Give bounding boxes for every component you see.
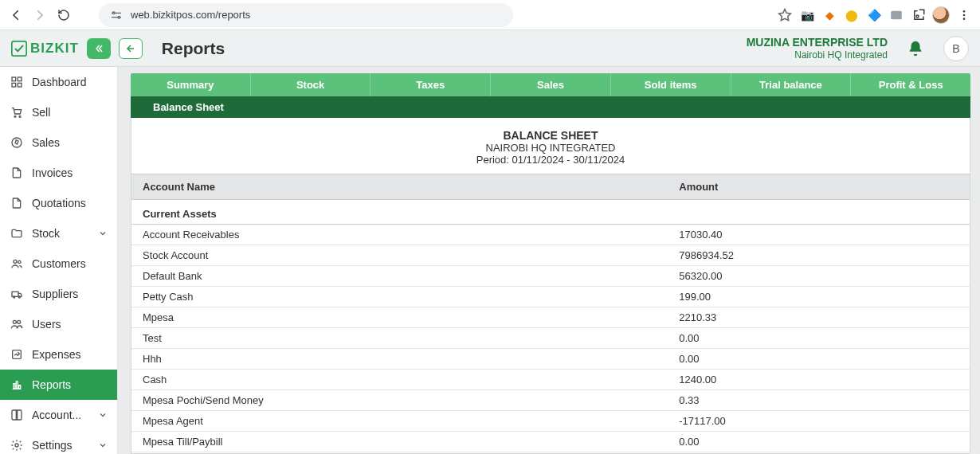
report-tabs: SummaryStockTaxesSalesSold itemsTrial ba… [131,73,970,96]
url-text: web.bizkitpos.com/reports [131,9,250,21]
balance-sheet-table: Account Name Amount Current AssetsAccoun… [131,174,970,454]
browser-toolbar: web.bizkitpos.com/reports 📷 ◆ ⬤ 🔷 [0,0,980,30]
col-amount: Amount [668,174,970,200]
svg-point-15 [14,260,17,263]
tab-sold-items[interactable]: Sold items [611,73,731,96]
file-icon [10,196,24,210]
svg-point-6 [963,18,966,20]
account-name-cell: Mpesa Till/Paybill [131,432,668,452]
svg-point-13 [19,115,21,117]
browser-back-button[interactable] [6,6,25,25]
profile-avatar[interactable] [932,6,950,24]
report-panel[interactable]: BALANCE SHEET NAIROBI HQ INTEGRATED Peri… [131,118,970,454]
tab-trial-balance[interactable]: Trial balance [731,73,852,96]
tab-profit-loss[interactable]: Profit & Loss [851,73,970,96]
back-button[interactable] [119,38,143,59]
address-bar[interactable]: web.bizkitpos.com/reports [99,3,513,27]
file-icon [10,166,24,180]
svg-rect-9 [18,77,22,81]
sidebar-item-expenses[interactable]: Expenses [0,339,117,370]
extension-tag-icon[interactable]: 🔷 [865,6,883,24]
logo-check-icon [11,41,27,57]
sidebar-item-reports[interactable]: Reports [0,370,117,400]
svg-point-5 [963,14,966,16]
sidebar-item-users[interactable]: Users [0,309,117,339]
main-content: SummaryStockTaxesSalesSold itemsTrial ba… [118,67,980,454]
report-heading: BALANCE SHEET NAIROBI HQ INTEGRATED Peri… [131,118,970,174]
site-settings-icon[interactable] [108,7,124,23]
sidebar-item-invoices[interactable]: Invoices [0,158,117,188]
sidebar-item-customers[interactable]: Customers [0,249,117,279]
sidebar: DashboardSellSalesInvoicesQuotationsStoc… [0,67,118,454]
svg-point-12 [14,115,16,117]
svg-point-20 [13,320,16,323]
folder-icon [10,226,24,241]
table-row: Mpesa Till/Paybill0.00 [131,432,970,452]
star-icon[interactable] [776,6,794,24]
app-header: BIZKIT Reports MUZINA ENTERPRISE LTD Nai… [0,30,980,67]
extension-coin-icon[interactable]: ⬤ [843,6,860,24]
chevron-down-icon [98,440,108,450]
svg-point-1 [118,16,120,18]
chevron-down-icon [98,229,108,238]
svg-point-3 [916,15,919,18]
sidebar-item-dashboard[interactable]: Dashboard [0,67,117,97]
amount-cell: 2210.33 [668,307,970,328]
amount-cell [668,200,970,225]
extension-puzzle-orange-icon[interactable]: ◆ [821,6,838,24]
sidebar-item-label: Settings [32,439,73,452]
table-row: Mpesa Pochi/Send Money0.33 [131,390,970,411]
account-name-cell: Account Receivables [131,225,668,245]
sidebar-item-settings[interactable]: Settings [0,430,117,454]
tab-taxes[interactable]: Taxes [370,73,491,96]
avatar-initial: B [952,42,959,55]
sidebar-item-suppliers[interactable]: Suppliers [0,279,117,309]
app-logo[interactable]: BIZKIT [11,41,79,57]
sidebar-item-stock[interactable]: Stock [0,218,117,249]
browser-reload-button[interactable] [54,6,73,25]
svg-rect-2 [891,10,902,19]
sidebar-item-account-[interactable]: Account... [0,400,117,430]
amount-cell: 0.00 [668,328,970,349]
sidebar-item-label: Stock [32,227,60,240]
camera-icon[interactable]: 📷 [798,6,816,24]
svg-point-26 [15,444,18,447]
amount-cell: 1240.00 [668,370,970,390]
book-icon [10,408,24,422]
account-name-cell: Petty Cash [131,287,668,307]
amount-cell: -17117.00 [668,411,970,432]
users-icon [10,317,24,331]
amount-cell: 0.33 [668,390,970,411]
sidebar-item-label: Sell [32,106,50,119]
col-account-name: Account Name [131,174,668,200]
sidebar-item-sell[interactable]: Sell [0,97,117,127]
extensions-icon[interactable] [910,6,927,24]
tab-sales[interactable]: Sales [491,73,611,96]
tenant-subtitle: Nairobi HQ Integrated [747,49,888,61]
extension-code-icon[interactable] [888,6,905,24]
table-row: Account Receivables17030.40 [131,225,970,245]
logo-text: BIZKIT [30,41,79,57]
table-row: Stock Account7986934.52 [131,245,970,266]
svg-rect-17 [12,292,18,296]
account-name-cell: Test [131,328,668,349]
account-name-cell: Mpesa Pochi/Send Money [131,390,668,411]
svg-rect-24 [16,382,18,389]
collapse-sidebar-button[interactable] [87,38,111,59]
account-name-cell: Mpesa Agent [131,411,668,432]
svg-rect-11 [18,83,22,87]
sidebar-item-quotations[interactable]: Quotations [0,188,117,218]
browser-forward-button[interactable] [30,6,49,25]
sidebar-item-label: Account... [32,409,81,421]
amount-cell: 199.00 [668,287,970,307]
notifications-button[interactable] [907,40,924,57]
report-period: Period: 01/11/2024 - 30/11/2024 [131,154,970,166]
tab-summary[interactable]: Summary [131,73,251,96]
svg-rect-10 [12,83,16,87]
account-name-cell: Hhh [131,349,668,370]
browser-menu-button[interactable] [955,6,974,25]
sidebar-item-sales[interactable]: Sales [0,127,117,158]
tab-stock[interactable]: Stock [251,73,371,96]
account-name-cell: Default Bank [131,266,668,287]
user-avatar[interactable]: B [943,36,969,61]
